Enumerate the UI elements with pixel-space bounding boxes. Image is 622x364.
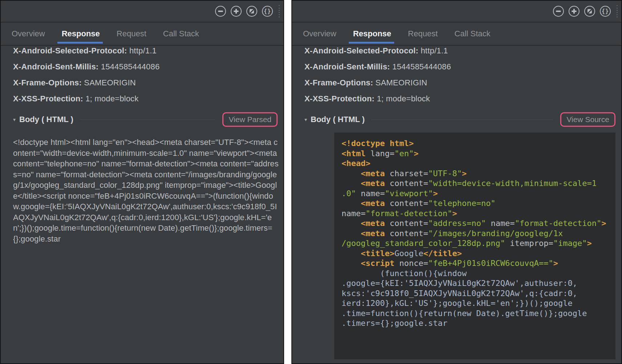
response-header-row: X-Frame-Options: SAMEORIGIN xyxy=(304,78,615,88)
header-name: X-Frame-Options: xyxy=(304,78,373,87)
header-name: X-XSS-Protection: xyxy=(304,94,375,103)
zoom-out-icon[interactable] xyxy=(215,6,226,17)
left-tabbar: OverviewResponseRequestCall Stack xyxy=(1,23,283,46)
body-section-row: ▾ Body ( HTML ) View Parsed xyxy=(13,112,278,127)
right-panel: OverviewResponseRequestCall Stack X-Andr… xyxy=(291,0,622,364)
code-line: <meta content="telephone=no" xyxy=(342,198,615,209)
left-response-content: X-Android-Selected-Protocol: http/1.1X-A… xyxy=(1,46,283,363)
tab-response[interactable]: Response xyxy=(353,23,391,45)
code-line: <meta charset="UTF-8"> xyxy=(342,169,615,179)
clear-icon[interactable] xyxy=(246,6,257,17)
code-line: kscs:'c9c918f0_5IAQXJyVNaiL0gK2t72QAw',q… xyxy=(342,288,615,299)
view-parsed-button[interactable]: View Parsed xyxy=(222,112,278,127)
zoom-out-icon[interactable] xyxy=(553,6,564,17)
parsed-body-text: <!doctype html><html lang="en"><head><me… xyxy=(13,137,279,244)
code-line: (function(){window xyxy=(342,268,615,279)
response-header-row: X-XSS-Protection: 1; mode=block xyxy=(13,94,278,104)
code-line: /googleg_standard_color_128dp.png" itemp… xyxy=(342,238,615,248)
tab-response[interactable]: Response xyxy=(62,23,100,45)
drag-handle-dots xyxy=(617,5,618,17)
code-line: <title>Google</title> xyxy=(342,248,615,259)
code-line: .google={kEI:'5IAQXJyVNaiL0gK2t72QAw',au… xyxy=(342,278,615,288)
body-section-label: Body ( HTML ) xyxy=(19,115,73,124)
view-source-button[interactable]: View Source xyxy=(560,112,615,127)
header-value: http/1.1 xyxy=(127,46,157,55)
header-name: X-Android-Selected-Protocol: xyxy=(304,46,419,55)
header-value: SAMEORIGIN xyxy=(82,78,136,87)
right-toolbar xyxy=(292,1,621,23)
code-line: <meta content="/images/branding/googleg/… xyxy=(342,228,615,239)
tab-request[interactable]: Request xyxy=(408,23,438,45)
response-header-row: X-Android-Selected-Protocol: http/1.1 xyxy=(13,46,278,56)
code-line: name="format-detection"> xyxy=(342,209,615,219)
response-headers: X-Android-Selected-Protocol: http/1.1X-A… xyxy=(13,46,278,104)
source-code-viewer: <!doctype html><html lang="en"><head> <m… xyxy=(334,133,615,359)
header-value: 1544585444086 xyxy=(98,62,159,71)
tab-overview[interactable]: Overview xyxy=(12,23,45,45)
toolbar-icons xyxy=(215,6,273,17)
code-line: <script nonce="feB+4Pj01s0iRCW6couvqA=="… xyxy=(342,258,615,268)
response-header-row: X-Android-Sent-Millis: 1544585444086 xyxy=(13,62,278,72)
clear-icon[interactable] xyxy=(584,6,595,17)
right-response-content: X-Android-Selected-Protocol: http/1.1X-A… xyxy=(292,46,621,363)
tab-call-stack[interactable]: Call Stack xyxy=(163,23,199,45)
response-header-row: X-Android-Sent-Millis: 1544585444086 xyxy=(304,62,615,72)
code-line: .timers={};google.star xyxy=(342,318,615,328)
inspector-comparison: OverviewResponseRequestCall Stack X-Andr… xyxy=(0,0,622,364)
code-line: <!doctype html> xyxy=(342,138,615,149)
drag-handle-dots xyxy=(279,5,280,17)
code-line: <meta content="address=no" name="format-… xyxy=(342,218,615,228)
response-header-row: X-Android-Selected-Protocol: http/1.1 xyxy=(304,46,615,56)
response-headers: X-Android-Selected-Protocol: http/1.1X-A… xyxy=(304,46,615,104)
section-divider xyxy=(371,120,553,120)
code-line: <meta content="width=device-width,minimu… xyxy=(342,178,615,189)
header-value: SAMEORIGIN xyxy=(373,78,427,87)
header-value: http/1.1 xyxy=(419,46,448,55)
body-section-row: ▾ Body ( HTML ) View Source xyxy=(304,112,615,127)
tab-call-stack[interactable]: Call Stack xyxy=(455,23,490,45)
header-name: X-Android-Sent-Millis: xyxy=(13,62,98,71)
header-value: 1544585444086 xyxy=(390,62,451,71)
format-icon[interactable] xyxy=(600,6,611,17)
response-header-row: X-XSS-Protection: 1; mode=block xyxy=(304,94,615,104)
code-line: <html lang="en"> xyxy=(342,149,615,159)
left-toolbar xyxy=(1,1,283,23)
format-icon[interactable] xyxy=(262,6,273,17)
toolbar-icons xyxy=(553,6,611,17)
zoom-in-icon[interactable] xyxy=(231,6,242,17)
header-value: 1; mode=block xyxy=(83,94,139,103)
header-name: X-XSS-Protection: xyxy=(13,94,83,103)
zoom-in-icon[interactable] xyxy=(569,6,579,17)
collapse-triangle-icon[interactable]: ▾ xyxy=(304,117,307,122)
code-line: ierd:1200},kGL:'US'};google.kHL='en';})(… xyxy=(342,298,615,308)
header-name: X-Android-Selected-Protocol: xyxy=(13,46,127,55)
tab-overview[interactable]: Overview xyxy=(303,23,336,45)
response-header-row: X-Frame-Options: SAMEORIGIN xyxy=(13,78,278,88)
right-tabbar: OverviewResponseRequestCall Stack xyxy=(292,23,621,46)
section-divider xyxy=(80,120,215,120)
tab-request[interactable]: Request xyxy=(117,23,146,45)
code-line: .time=function(){return(new Date).getTim… xyxy=(342,308,615,319)
collapse-triangle-icon[interactable]: ▾ xyxy=(13,117,16,122)
body-section-label: Body ( HTML ) xyxy=(311,115,365,124)
header-name: X-Frame-Options: xyxy=(13,78,82,87)
code-line: <head> xyxy=(342,158,615,169)
left-panel: OverviewResponseRequestCall Stack X-Andr… xyxy=(0,0,284,364)
header-value: 1; mode=block xyxy=(375,94,430,103)
header-name: X-Android-Sent-Millis: xyxy=(304,62,390,71)
code-line: .0" name="viewport"> xyxy=(342,189,615,199)
